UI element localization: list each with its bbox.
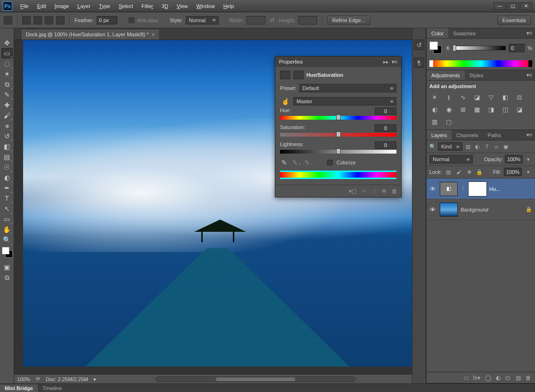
document-tab[interactable]: Dock.jpg @ 100% (Hue/Saturation 1, Layer…: [21, 29, 160, 40]
eraser-tool[interactable]: ◧: [1, 141, 13, 152]
swap-wh-icon[interactable]: ⇄: [270, 17, 274, 23]
menu-filter[interactable]: Filter: [137, 2, 157, 10]
pen-tool[interactable]: ✒: [1, 183, 13, 193]
channel-mixer-adj-icon[interactable]: ⊞: [458, 105, 468, 114]
new-layer-icon[interactable]: ▤: [516, 375, 521, 381]
menu-help[interactable]: Help: [219, 2, 239, 10]
channel-select[interactable]: Master: [293, 97, 396, 106]
type-tool[interactable]: T: [1, 193, 13, 204]
dodge-tool[interactable]: ◐: [1, 172, 13, 183]
add-selection-icon[interactable]: [33, 16, 42, 24]
screen-mode-toggle[interactable]: ⧉: [1, 272, 13, 283]
filter-pixel-icon[interactable]: ▧: [464, 143, 472, 150]
menu-view[interactable]: View: [173, 2, 192, 10]
adjustments-tab[interactable]: Adjustments: [427, 70, 465, 80]
menu-window[interactable]: Window: [192, 2, 219, 10]
layers-panel-menu-icon[interactable]: ▾≡: [524, 132, 535, 138]
refine-edge-button[interactable]: Refine Edge...: [327, 16, 370, 25]
history-brush-tool[interactable]: ↺: [1, 131, 13, 141]
doc-info[interactable]: Doc: 2.25M/2.25M: [46, 376, 88, 382]
close-tab-icon[interactable]: ×: [152, 32, 155, 37]
collapse-panel-icon[interactable]: ▸▸: [383, 59, 389, 65]
layer-name[interactable]: Background: [461, 207, 523, 212]
filter-shape-icon[interactable]: ▱: [493, 143, 500, 150]
opacity-flyout-icon[interactable]: ▾: [525, 156, 532, 163]
timeline-tab[interactable]: Timeline: [38, 384, 66, 392]
eyedropper-add-icon[interactable]: ✎₊: [292, 158, 301, 167]
color-tab[interactable]: Color: [427, 28, 448, 38]
horizontal-scrollbar[interactable]: [156, 376, 355, 383]
lasso-tool[interactable]: ◌: [1, 58, 13, 69]
paragraph-panel-icon[interactable]: ¶: [414, 57, 424, 68]
window-minimize-button[interactable]: —: [494, 2, 506, 10]
levels-adj-icon[interactable]: ⫿: [444, 93, 454, 101]
filter-type-icon[interactable]: T: [483, 143, 491, 150]
visibility-toggle-icon[interactable]: 👁: [429, 206, 437, 213]
preset-select[interactable]: Default: [299, 84, 396, 92]
lock-position-icon[interactable]: ✥: [465, 169, 473, 175]
gradient-map-adj-icon[interactable]: ▥: [429, 117, 440, 126]
crop-tool[interactable]: ⧉: [1, 79, 13, 90]
targeted-adjustment-icon[interactable]: ☝: [280, 98, 290, 105]
lock-transparent-icon[interactable]: ▧: [444, 169, 452, 175]
colorize-checkbox[interactable]: [327, 160, 333, 165]
window-maximize-button[interactable]: ◻: [507, 2, 519, 10]
move-tool[interactable]: ✥: [1, 38, 13, 48]
layer-name[interactable]: Hu...: [489, 186, 532, 192]
add-mask-icon[interactable]: ◯: [485, 375, 491, 381]
styles-tab[interactable]: Styles: [465, 70, 488, 80]
feather-input[interactable]: [97, 16, 117, 24]
eyedropper-subtract-icon[interactable]: ✎₋: [305, 158, 313, 167]
curves-adj-icon[interactable]: ∿: [458, 93, 468, 101]
new-group-icon[interactable]: 🗀: [505, 375, 511, 381]
path-select-tool[interactable]: ↖: [1, 204, 13, 214]
fill-input[interactable]: [504, 168, 522, 176]
hue-input[interactable]: [375, 107, 396, 115]
vibrance-adj-icon[interactable]: ▽: [486, 93, 496, 101]
swatches-tab[interactable]: Swatches: [448, 28, 480, 38]
visibility-toggle-icon[interactable]: 👁: [429, 185, 437, 193]
menu-layer[interactable]: Layer: [73, 2, 95, 10]
k-value-input[interactable]: [509, 44, 525, 52]
lock-all-icon[interactable]: 🔒: [476, 169, 483, 175]
menu-select[interactable]: Select: [115, 2, 138, 10]
color-spectrum[interactable]: [429, 60, 532, 67]
filter-adj-icon[interactable]: ◐: [474, 143, 481, 150]
panel-menu-icon[interactable]: ▾≡: [392, 59, 397, 65]
delete-adjustment-icon[interactable]: 🗑: [392, 188, 397, 195]
style-select[interactable]: Normal: [186, 16, 219, 24]
photo-filter-adj-icon[interactable]: ◉: [444, 105, 454, 114]
adjustment-mode-icon[interactable]: [280, 71, 290, 79]
new-fill-adj-icon[interactable]: ◐: [496, 375, 501, 381]
new-selection-icon[interactable]: [22, 16, 31, 24]
clone-stamp-tool[interactable]: ⎈: [1, 121, 13, 131]
selective-color-adj-icon[interactable]: ▢: [444, 117, 454, 126]
history-panel-icon[interactable]: ↺: [414, 40, 424, 50]
threshold-adj-icon[interactable]: ◪: [514, 105, 525, 114]
zoom-readout[interactable]: 100%: [17, 376, 30, 382]
layer-row[interactable]: 👁 Background 🔒: [427, 199, 535, 220]
brightness-adj-icon[interactable]: ☀: [429, 93, 440, 101]
quick-mask-toggle[interactable]: ▣: [1, 262, 13, 272]
lock-pixels-icon[interactable]: 🖌: [455, 169, 462, 175]
posterize-adj-icon[interactable]: ◫: [500, 105, 510, 114]
panel-fgbg-colors[interactable]: [429, 41, 443, 55]
hand-tool[interactable]: ✋: [1, 224, 13, 235]
layers-tab[interactable]: Layers: [427, 130, 452, 140]
adjustments-panel-menu-icon[interactable]: ▾≡: [524, 72, 535, 78]
menu-image[interactable]: Image: [50, 2, 74, 10]
healing-brush-tool[interactable]: ✚: [1, 100, 13, 110]
current-tool-icon[interactable]: [4, 16, 12, 24]
properties-header[interactable]: Properties ▸▸ ▾≡: [275, 57, 401, 67]
zoom-tool[interactable]: 🔍: [1, 235, 13, 245]
eyedropper-tool[interactable]: ✎: [1, 90, 13, 100]
adjustment-thumb[interactable]: ◧: [440, 182, 458, 196]
rotate-icon[interactable]: ⟳: [36, 376, 40, 382]
foreground-color[interactable]: [2, 247, 9, 254]
subtract-selection-icon[interactable]: [45, 16, 53, 24]
layer-mask-thumb[interactable]: [469, 182, 486, 196]
quick-select-tool[interactable]: ✶: [1, 69, 13, 79]
clip-to-layer-icon[interactable]: ▾▢: [349, 188, 357, 195]
anti-alias-checkbox[interactable]: [129, 17, 134, 23]
saturation-slider[interactable]: [280, 133, 396, 137]
